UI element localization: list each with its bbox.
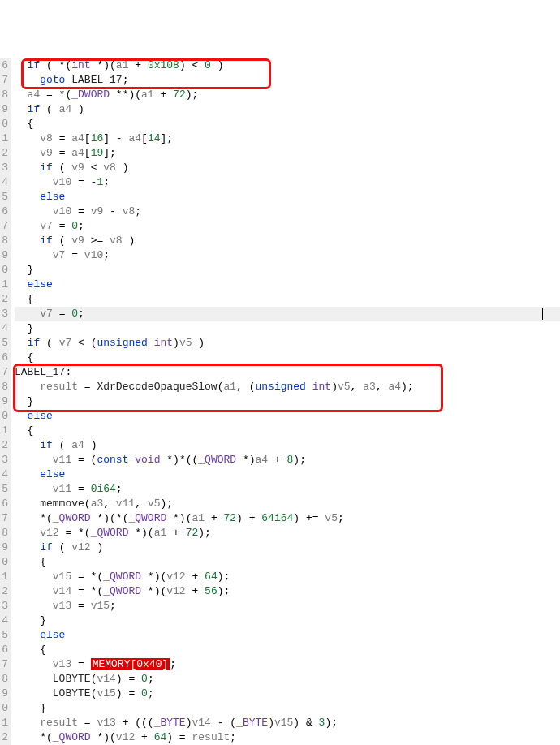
token-n: 72: [223, 512, 236, 524]
code-line[interactable]: *(_QWORD *)(v12 + 64) = result;: [15, 730, 560, 745]
token-p: [15, 497, 40, 510]
code-line[interactable]: v10 = v9 - v8;: [15, 205, 560, 219]
token-v: v7: [40, 220, 53, 232]
code-line[interactable]: v10 = -1;: [15, 175, 560, 190]
token-v: v15: [274, 717, 293, 729]
code-line[interactable]: if ( a4 ): [15, 438, 560, 453]
code-line[interactable]: {: [15, 351, 560, 365]
token-p: ) =: [166, 731, 192, 743]
code-line[interactable]: else: [15, 409, 560, 424]
token-p: (: [53, 439, 71, 451]
token-p: );: [401, 381, 414, 393]
code-line[interactable]: v13 = MEMORY[0x40];: [15, 657, 560, 672]
code-line[interactable]: }: [15, 321, 560, 336]
token-v: v12: [40, 527, 58, 539]
code-line[interactable]: }: [15, 263, 560, 278]
line-number: 6: [0, 205, 8, 219]
code-line[interactable]: {: [15, 292, 560, 307]
code-line[interactable]: if ( v9 >= v8 ): [15, 234, 560, 248]
code-line[interactable]: v9 = a4[19];: [15, 146, 560, 161]
code-line[interactable]: {: [15, 643, 560, 657]
code-line[interactable]: LABEL_17:: [15, 365, 560, 380]
code-line[interactable]: memmove(a3, v11, v5);: [15, 497, 560, 511]
code-line[interactable]: v15 = *(_QWORD *)(v12 + 64);: [15, 570, 560, 584]
code-line[interactable]: }: [15, 701, 560, 716]
code-line[interactable]: if ( v12 ): [15, 540, 560, 555]
code-line[interactable]: v11 = (const void *)*((_QWORD *)a4 + 8);: [15, 453, 560, 467]
line-number: 1: [0, 424, 8, 438]
token-v: v11: [116, 497, 135, 510]
line-number: 6: [0, 497, 8, 511]
code-line[interactable]: goto LABEL_17;: [15, 73, 560, 88]
token-p: (: [53, 541, 71, 553]
line-number: 5: [0, 482, 8, 497]
token-p: [15, 308, 40, 320]
code-line[interactable]: {: [15, 117, 560, 131]
code-editor: 6789012345678901234567890123456789012345…: [0, 58, 560, 745]
line-number: 3: [0, 599, 8, 614]
code-line[interactable]: else: [15, 278, 560, 292]
token-t: _QWORD: [198, 454, 236, 466]
code-line[interactable]: v7 = v10;: [15, 248, 560, 263]
line-number: 4: [0, 321, 8, 336]
token-p: ;: [148, 687, 154, 700]
line-number: 0: [0, 117, 8, 131]
code-line[interactable]: else: [15, 628, 560, 643]
token-v: a4: [71, 132, 84, 144]
token-v: a4: [59, 103, 72, 115]
code-line[interactable]: if ( v7 < (unsigned int)v5 ): [15, 336, 560, 351]
code-line[interactable]: }: [15, 394, 560, 409]
code-line[interactable]: v7 = 0;: [15, 307, 560, 321]
token-p: ;: [103, 176, 110, 188]
code-line[interactable]: else: [15, 190, 560, 205]
code-line[interactable]: result = XdrDecodeOpaqueSlow(a1, (unsign…: [15, 380, 560, 394]
code-line[interactable]: *(_QWORD *)(*(_QWORD *)(a1 + 72) + 64i64…: [15, 511, 560, 526]
code-line[interactable]: v12 = *(_QWORD *)(a1 + 72);: [15, 526, 560, 540]
code-line[interactable]: else: [15, 467, 560, 482]
token-v: a1: [116, 59, 129, 71]
line-number: 9: [0, 687, 8, 701]
token-p: [15, 439, 40, 451]
code-line[interactable]: result = v13 + (((_BYTE)v14 - (_BYTE)v15…: [15, 716, 560, 730]
line-number: 1: [0, 716, 8, 730]
token-p: *)(: [91, 59, 116, 71]
code-line[interactable]: if ( v9 < v8 ): [15, 161, 560, 175]
token-n: 64: [154, 731, 167, 743]
code-line[interactable]: if ( *(int *)(a1 + 0x108) < 0 ): [15, 58, 560, 73]
token-p: +: [128, 59, 147, 71]
token-v: v10: [53, 176, 71, 188]
token-v: v8: [103, 161, 116, 174]
token-p: ;: [230, 731, 236, 743]
token-p: [15, 629, 40, 641]
line-number: 9: [0, 394, 8, 409]
code-area[interactable]: if ( *(int *)(a1 + 0x108) < 0 ) goto LAB…: [11, 58, 560, 745]
token-p: ] -: [103, 132, 128, 144]
token-v: v9: [91, 205, 104, 217]
line-number: 8: [0, 526, 8, 540]
token-p: {: [15, 293, 33, 305]
token-p: ;: [78, 308, 84, 320]
token-v: a1: [223, 381, 236, 393]
code-line[interactable]: v14 = *(_QWORD *)(v12 + 56);: [15, 584, 560, 599]
token-p: :: [65, 366, 71, 378]
code-line[interactable]: if ( a4 ): [15, 102, 560, 117]
token-p: *)(: [166, 512, 192, 524]
token-p: ): [268, 717, 274, 729]
code-line[interactable]: v11 = 0i64;: [15, 482, 560, 497]
code-line[interactable]: v13 = v15;: [15, 599, 560, 614]
code-line[interactable]: }: [15, 614, 560, 628]
code-line[interactable]: {: [15, 555, 560, 570]
token-p: [15, 658, 53, 670]
token-p: +: [205, 512, 223, 524]
line-number: 8: [0, 88, 8, 102]
code-line[interactable]: LOBYTE(v15) = 0;: [15, 687, 560, 701]
code-line[interactable]: LOBYTE(v14) = 0;: [15, 672, 560, 687]
code-line[interactable]: {: [15, 424, 560, 438]
code-line[interactable]: v8 = a4[16] - a4[14];: [15, 131, 560, 146]
code-line[interactable]: v7 = 0;: [15, 219, 560, 234]
token-p: , (: [236, 381, 255, 393]
token-v: a4: [28, 88, 41, 101]
token-v: a4: [71, 147, 84, 159]
code-line[interactable]: a4 = *(_DWORD **)(a1 + 72);: [15, 88, 560, 102]
token-v: v8: [110, 235, 123, 247]
